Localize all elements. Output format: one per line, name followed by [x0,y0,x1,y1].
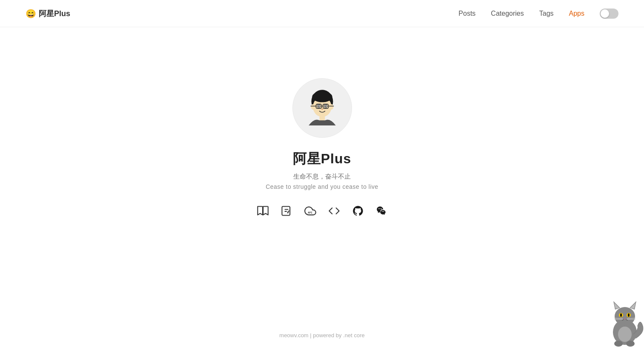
toggle-thumb [601,9,609,18]
main-content: 阿星Plus 生命不息，奋斗不止 Cease to struggle and y… [0,27,644,218]
svg-point-13 [321,108,323,110]
social-icons-row: API [255,204,389,218]
nav-categories[interactable]: Categories [491,10,524,17]
svg-point-7 [325,105,326,107]
profile-tagline-en: Cease to struggle and you cease to live [266,183,378,190]
footer-text: meowv.com | powered by .net core [279,332,364,338]
svg-point-6 [318,105,320,107]
svg-point-27 [628,313,630,317]
code-icon[interactable] [327,204,341,218]
nav-apps[interactable]: Apps [569,10,584,17]
logo-emoji: 😄 [26,9,36,19]
nav-posts[interactable]: Posts [458,10,475,17]
logo-text: 阿星Plus [39,9,70,19]
book-icon[interactable] [255,204,270,218]
profile-tagline-cn: 生命不息，奋斗不止 [293,173,351,181]
wechat-icon[interactable] [375,204,389,218]
cloud-icon[interactable]: API [303,204,318,218]
avatar [292,78,352,138]
theme-toggle[interactable] [600,9,618,19]
site-header: 😄 阿星Plus Posts Categories Tags Apps [0,0,644,27]
svg-text:API: API [308,211,312,214]
cat-svg [606,292,644,347]
nav-tags[interactable]: Tags [539,10,554,17]
main-nav: Posts Categories Tags Apps [458,9,618,19]
svg-point-33 [614,341,623,347]
svg-point-19 [615,307,635,326]
svg-point-35 [618,327,632,342]
svg-point-34 [626,341,635,347]
avatar-illustration [301,87,343,129]
cat-decoration [606,292,644,347]
toggle-track [600,9,618,19]
svg-point-14 [312,91,332,102]
svg-point-3 [329,104,333,110]
edit-icon[interactable] [279,204,294,218]
profile-name: 阿星Plus [293,150,352,168]
svg-point-26 [620,313,622,317]
github-icon[interactable] [351,204,365,218]
svg-rect-15 [319,116,325,120]
svg-point-2 [311,104,315,110]
logo[interactable]: 😄 阿星Plus [26,9,70,19]
footer: meowv.com | powered by .net core [279,332,364,338]
